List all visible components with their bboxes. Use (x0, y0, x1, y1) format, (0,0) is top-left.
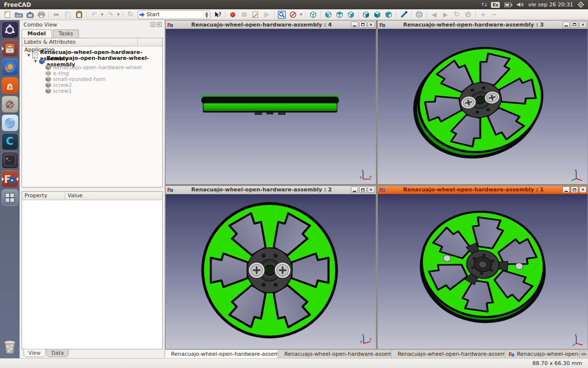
close-button[interactable]: × (579, 186, 587, 193)
terminal-icon[interactable]: >_ (2, 152, 18, 168)
tab-data[interactable]: Data (46, 349, 69, 357)
tree-header[interactable]: Labels & Attributes (22, 38, 138, 46)
whats-this-button[interactable]: ? (212, 10, 223, 20)
tab-view[interactable]: View (23, 349, 46, 357)
measure-distance-button[interactable] (398, 10, 409, 20)
subwindow-2[interactable]: F Renacuajo-wheel-open-hardware-assembly… (165, 185, 376, 350)
restore-button[interactable] (359, 22, 367, 28)
view-front-button[interactable] (323, 10, 334, 20)
subwindow-4[interactable]: F Renacuajo-wheel-open-hardware-assembly… (165, 20, 376, 184)
subwindow-2-titlebar[interactable]: F Renacuajo-wheel-open-hardware-assembly… (166, 186, 376, 194)
macro-record-button[interactable] (227, 10, 238, 20)
minimize-button[interactable] (563, 186, 570, 193)
web-home-button[interactable] (414, 10, 424, 20)
tree-item-small-rounded-horn[interactable]: small-rounded-horn (22, 76, 162, 82)
property-table-body[interactable] (22, 200, 162, 349)
new-document-button[interactable] (2, 10, 13, 20)
nav-back-button[interactable]: ◀ (429, 10, 440, 20)
trash-icon[interactable] (1, 339, 18, 355)
workspace-switcher-icon[interactable] (2, 189, 18, 206)
viewport-front-iso[interactable]: z (378, 29, 588, 184)
viewport-side-view[interactable]: zyx (166, 29, 376, 184)
fit-all-button[interactable] (276, 10, 287, 20)
property-column-header[interactable]: Property (22, 192, 65, 200)
firefox-icon[interactable] (2, 59, 18, 75)
workbench-selector[interactable]: Start ▲▼ (138, 10, 210, 19)
network-arrows-icon[interactable]: ↑↓ (481, 2, 487, 7)
zoom-in-button[interactable]: + (478, 10, 489, 20)
battery-icon[interactable] (504, 2, 513, 7)
undo-dropdown[interactable]: ▼ (100, 10, 104, 20)
open-document-button[interactable] (13, 10, 24, 20)
ubuntu-dash-icon[interactable] (2, 22, 18, 38)
subwindow-4-titlebar[interactable]: F Renacuajo-wheel-open-hardware-assembly… (166, 21, 376, 29)
nav-stop-button[interactable]: × (463, 10, 473, 20)
tree-item-screw2[interactable]: screw2 (22, 82, 162, 88)
panel-splitter[interactable] (20, 187, 165, 191)
close-button[interactable]: × (368, 22, 375, 28)
freecad-icon[interactable]: F (2, 171, 18, 187)
subwindow-3-titlebar[interactable]: F Renacuajo-wheel-open-hardware-assembly… (378, 21, 588, 29)
system-settings-icon[interactable] (2, 96, 18, 112)
panel-float-button[interactable]: ▫ (150, 22, 155, 27)
view-bottom-button[interactable] (372, 10, 383, 20)
restore-button[interactable] (571, 186, 578, 193)
window-tab-3[interactable]: F Renacuajo-wheel-open-hardware-assembly… (392, 350, 505, 358)
view-top-button[interactable] (334, 10, 345, 20)
refresh-button[interactable]: ↻ (125, 10, 136, 20)
expander-icon[interactable]: ▼ (34, 59, 37, 63)
redo-button[interactable]: ↷ (105, 10, 116, 20)
window-tab-4[interactable]: F Renacuajo-wheel-open-hardwar (505, 350, 580, 358)
close-button[interactable]: × (368, 186, 375, 193)
tree-item-screw1[interactable]: screw1 (22, 88, 162, 94)
tree-item-wheel-assembly[interactable]: ▼ Renacuajo-open-hardware-wheel-assembly (22, 58, 162, 64)
window-tab-1[interactable]: F Renacuajo-wheel-open-hardware-assembly… (165, 350, 278, 358)
panel-close-button[interactable]: ✕ (157, 22, 162, 27)
macro-edit-button[interactable] (250, 10, 261, 20)
chromium-icon[interactable] (2, 115, 18, 131)
value-column-header[interactable]: Value (65, 192, 162, 200)
draw-style-button[interactable] (288, 10, 298, 20)
macro-play-button[interactable] (261, 10, 272, 20)
tree-item-wheel[interactable]: Renacuajo-open-hardware-wheel (22, 64, 162, 70)
session-gear-icon[interactable] (578, 1, 584, 8)
view-right-button[interactable] (345, 10, 356, 20)
keyboard-layout-indicator[interactable]: Es (491, 2, 500, 8)
draw-style-dropdown[interactable]: ▼ (299, 10, 303, 20)
tab-scroll-left-icon[interactable]: ◀ (581, 352, 584, 356)
save-document-button[interactable] (24, 10, 35, 20)
copy-button[interactable] (62, 10, 73, 20)
restore-button[interactable] (359, 186, 367, 193)
close-button[interactable]: × (579, 22, 587, 28)
files-icon[interactable] (2, 40, 18, 56)
macro-stop-button[interactable] (239, 10, 249, 20)
viewport-front[interactable]: zyx (166, 194, 376, 349)
c-app-icon[interactable]: C (2, 133, 18, 150)
volume-icon[interactable] (517, 2, 524, 7)
window-tab-2[interactable]: F Renacuajo-wheel-open-hardware-assembly… (278, 350, 392, 358)
view-left-button[interactable] (383, 10, 394, 20)
cut-button[interactable]: ✂ (51, 10, 62, 20)
redo-dropdown[interactable]: ▼ (116, 10, 121, 20)
zoom-out-button[interactable]: − (489, 10, 500, 20)
tree-item-o-ring[interactable]: o-ring (22, 70, 162, 76)
restore-button[interactable] (571, 22, 578, 28)
minimize-button[interactable] (351, 186, 358, 193)
expander-icon[interactable]: ▼ (27, 53, 30, 57)
tab-tasks[interactable]: Tasks (53, 29, 79, 38)
viewport-back-iso[interactable]: z (378, 194, 588, 349)
minimize-button[interactable] (563, 22, 570, 28)
tab-model[interactable]: Model (22, 29, 52, 38)
subwindow-1-titlebar[interactable]: F Renacuajo-wheel-open-hardware-assembly… (378, 186, 588, 194)
nav-forward-button[interactable]: ▶ (440, 10, 451, 20)
nav-refresh-button[interactable]: ↻ (451, 10, 462, 20)
minimize-button[interactable] (351, 22, 358, 28)
paste-button[interactable] (74, 10, 84, 20)
view-rear-button[interactable] (361, 10, 371, 20)
print-button[interactable] (36, 10, 47, 20)
view-isometric-button[interactable] (308, 10, 318, 20)
undo-button[interactable]: ↶ (89, 10, 99, 20)
ubuntu-software-icon[interactable]: A (2, 78, 18, 94)
clock[interactable]: vie sep 26 20:31 (528, 1, 573, 8)
subwindow-3[interactable]: F Renacuajo-wheel-open-hardware-assembly… (377, 20, 588, 184)
